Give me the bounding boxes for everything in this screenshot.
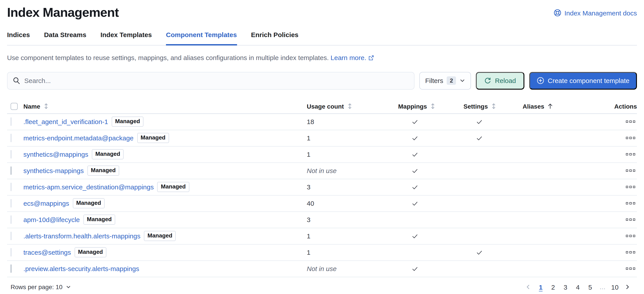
documentation-icon: [553, 9, 561, 17]
component-template-link[interactable]: .fleet_agent_id_verification-1: [24, 118, 108, 126]
page-number[interactable]: …: [597, 283, 608, 292]
filters-button[interactable]: Filters 2: [420, 72, 471, 90]
boxes-horizontal-icon: [626, 170, 628, 172]
component-template-link[interactable]: synthetics@mappings: [24, 151, 88, 158]
row-checkbox-cell: [7, 265, 24, 272]
boxes-horizontal-icon: [633, 170, 635, 172]
table-row: synthetics@mappings Managed 1: [7, 146, 637, 163]
learn-more-link[interactable]: Learn more.: [330, 54, 374, 61]
header-usage-count[interactable]: Usage count: [307, 103, 398, 110]
mappings-cell: [398, 118, 464, 125]
row-actions-button[interactable]: [625, 135, 636, 141]
row-checkbox[interactable]: [10, 232, 12, 240]
usage-count-cell: 18: [307, 118, 398, 126]
mappings-cell: [398, 167, 464, 174]
usage-count-cell: 3: [307, 216, 398, 224]
reload-label: Reload: [495, 77, 516, 84]
tab[interactable]: Indices: [7, 26, 30, 46]
row-actions-button[interactable]: [625, 152, 636, 157]
checkmark-icon: [412, 167, 418, 174]
tab[interactable]: Index Templates: [100, 26, 152, 46]
row-actions-cell: [589, 201, 637, 206]
component-template-link[interactable]: synthetics-mappings: [24, 167, 84, 174]
rows-per-page-label: Rows per page: 10: [10, 284, 62, 291]
tab[interactable]: Component Templates: [166, 26, 237, 46]
header-aliases[interactable]: Aliases: [522, 103, 589, 110]
row-actions-cell: [589, 119, 637, 125]
row-name-cell: metrics-endpoint.metadata@package Manage…: [24, 133, 307, 143]
tab[interactable]: Enrich Policies: [251, 26, 298, 46]
header-settings[interactable]: Settings: [464, 103, 522, 110]
learn-more-label: Learn more.: [330, 54, 366, 61]
row-checkbox[interactable]: [10, 216, 12, 224]
header-name[interactable]: Name: [24, 103, 307, 110]
row-name-cell: synthetics@mappings Managed: [24, 150, 307, 160]
component-template-link[interactable]: apm-10d@lifecycle: [24, 216, 80, 224]
page-number[interactable]: 10: [610, 282, 620, 292]
page-number[interactable]: 1: [536, 282, 546, 292]
tab[interactable]: Data Streams: [44, 26, 86, 46]
component-template-link[interactable]: metrics-endpoint.metadata@package: [24, 134, 134, 142]
mappings-cell: [398, 151, 464, 158]
row-checkbox[interactable]: [10, 150, 12, 159]
mappings-cell: [398, 265, 464, 272]
row-checkbox-cell: [7, 167, 24, 174]
component-template-link[interactable]: .preview.alerts-security.alerts-mappings: [24, 265, 139, 272]
row-actions-button[interactable]: [625, 184, 636, 190]
row-actions-button[interactable]: [625, 266, 636, 272]
row-actions-button[interactable]: [625, 201, 636, 206]
tab-label: Enrich Policies: [251, 31, 298, 38]
checkmark-icon: [476, 118, 483, 125]
boxes-horizontal-icon: [630, 186, 632, 188]
previous-page-button[interactable]: [522, 283, 534, 291]
row-actions-button[interactable]: [625, 217, 636, 223]
mappings-cell: [398, 233, 464, 240]
row-name-cell: .fleet_agent_id_verification-1 Managed: [24, 117, 307, 127]
row-actions-button[interactable]: [625, 119, 636, 125]
component-template-link[interactable]: ecs@mappings: [24, 200, 69, 207]
boxes-horizontal-icon: [630, 137, 632, 139]
table-row: .fleet_agent_id_verification-1 Managed 1…: [7, 114, 637, 130]
boxes-horizontal-icon: [626, 219, 628, 221]
search-input[interactable]: [24, 77, 409, 84]
search-box[interactable]: [7, 72, 415, 90]
create-component-template-button[interactable]: Create component template: [529, 72, 637, 90]
row-checkbox-cell: [7, 151, 24, 158]
component-template-link[interactable]: metrics-apm.service_destination@mappings: [24, 184, 154, 191]
select-all-checkbox[interactable]: [10, 103, 18, 110]
description-text: Use component templates to reuse setting…: [7, 54, 328, 61]
row-checkbox[interactable]: [10, 134, 12, 142]
row-actions-cell: [589, 152, 637, 157]
component-template-link[interactable]: .alerts-transform.health.alerts-mappings: [24, 232, 140, 240]
row-checkbox[interactable]: [10, 265, 12, 273]
boxes-horizontal-icon: [630, 121, 632, 123]
page-number[interactable]: 3: [560, 282, 571, 292]
reload-button[interactable]: Reload: [476, 72, 524, 90]
boxes-horizontal-icon: [630, 268, 632, 270]
component-template-link[interactable]: traces@settings: [24, 249, 71, 256]
checkmark-icon: [412, 118, 418, 125]
page-number[interactable]: 2: [548, 282, 558, 292]
boxes-horizontal-icon: [626, 121, 628, 123]
next-page-button[interactable]: [622, 283, 634, 291]
row-checkbox[interactable]: [10, 167, 12, 175]
header-mappings[interactable]: Mappings: [398, 103, 464, 110]
index-management-docs-link[interactable]: Index Management docs: [553, 9, 637, 17]
row-checkbox[interactable]: [10, 248, 12, 257]
page-number[interactable]: 4: [572, 282, 583, 292]
rows-per-page-button[interactable]: Rows per page: 10: [10, 284, 71, 291]
row-actions-button[interactable]: [625, 233, 636, 239]
row-name-cell: .alerts-transform.health.alerts-mappings…: [24, 231, 307, 241]
row-checkbox[interactable]: [10, 183, 12, 191]
plus-in-circle-icon: [537, 77, 544, 84]
tab-label: Component Templates: [166, 31, 237, 38]
page-number[interactable]: 5: [585, 282, 596, 292]
chevron-left-icon: [525, 284, 531, 290]
row-actions-button[interactable]: [625, 250, 636, 255]
settings-cell: [464, 135, 522, 142]
usage-count-cell: 1: [307, 249, 398, 256]
row-actions-button[interactable]: [625, 168, 636, 174]
row-checkbox[interactable]: [10, 199, 12, 208]
boxes-horizontal-icon: [630, 202, 632, 204]
row-checkbox[interactable]: [10, 118, 12, 126]
